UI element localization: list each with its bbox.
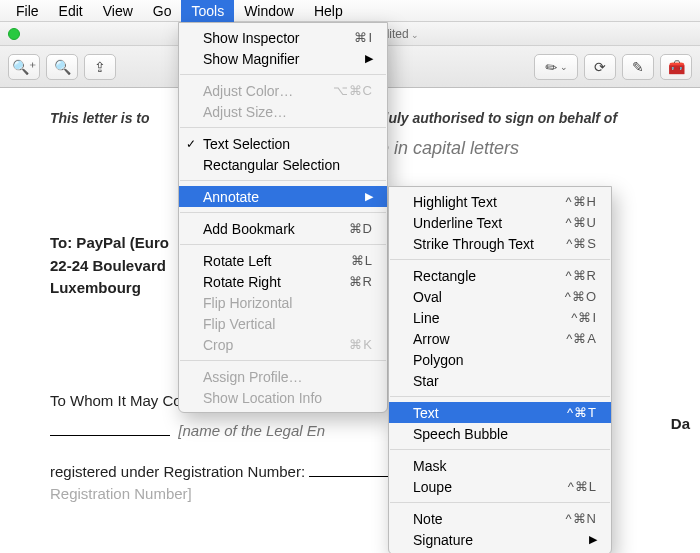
chevron-down-icon: ⌄ [560, 62, 568, 72]
menu-flip-vertical: Flip Vertical [179, 313, 387, 334]
menu-rotate-left[interactable]: Rotate Left⌘L [179, 250, 387, 271]
menu-show-location: Show Location Info [179, 387, 387, 408]
date-label: Da [671, 413, 690, 436]
menu-separator [180, 212, 386, 213]
menu-loupe[interactable]: Loupe^⌘L [389, 476, 611, 497]
menu-speech-bubble[interactable]: Speech Bubble [389, 423, 611, 444]
registration-text: registered under Registration Number: [50, 463, 305, 480]
name-hint: [name of the Legal En [178, 422, 325, 439]
menu-add-bookmark[interactable]: Add Bookmark⌘D [179, 218, 387, 239]
menu-underline-text[interactable]: Underline Text^⌘U [389, 212, 611, 233]
checkmark-icon: ✓ [186, 137, 196, 151]
menu-tools[interactable]: Tools [181, 0, 234, 22]
menu-adjust-color: Adjust Color…⌥⌘C [179, 80, 387, 101]
menubar: File Edit View Go Tools Window Help [0, 0, 700, 22]
menu-separator [180, 180, 386, 181]
rotate-icon: ⟳ [594, 59, 606, 75]
tools-dropdown: Show Inspector⌘I Show Magnifier▶ Adjust … [178, 22, 388, 413]
menu-separator [390, 396, 610, 397]
submenu-arrow-icon: ▶ [589, 533, 597, 546]
chevron-down-icon[interactable]: ⌄ [411, 30, 419, 40]
share-button[interactable]: ⇪ [84, 54, 116, 80]
menu-highlight-text[interactable]: Highlight Text^⌘H [389, 191, 611, 212]
menu-separator [180, 360, 386, 361]
menu-rectangle[interactable]: Rectangle^⌘R [389, 265, 611, 286]
pencil-icon: ✎ [541, 57, 560, 77]
name-field[interactable] [50, 420, 170, 436]
menu-text[interactable]: Text^⌘T [389, 402, 611, 423]
menu-show-magnifier[interactable]: Show Magnifier▶ [179, 48, 387, 69]
pencil-box-icon: ✎ [632, 59, 644, 75]
menu-crop: Crop⌘K [179, 334, 387, 355]
menu-rectangular-selection[interactable]: Rectangular Selection [179, 154, 387, 175]
rotate-button[interactable]: ⟳ [584, 54, 616, 80]
markup-button[interactable]: ✎⌄ [534, 54, 578, 80]
menu-adjust-size: Adjust Size… [179, 101, 387, 122]
share-icon: ⇪ [94, 59, 106, 75]
menu-line[interactable]: Line^⌘I [389, 307, 611, 328]
zoom-in-button[interactable]: 🔍 [46, 54, 78, 80]
zoom-out-button[interactable]: 🔍⁺ [8, 54, 40, 80]
menu-rotate-right[interactable]: Rotate Right⌘R [179, 271, 387, 292]
menu-edit[interactable]: Edit [49, 0, 93, 22]
menu-file[interactable]: File [6, 0, 49, 22]
menu-arrow[interactable]: Arrow^⌘A [389, 328, 611, 349]
menu-text-selection[interactable]: ✓Text Selection [179, 133, 387, 154]
menu-star[interactable]: Star [389, 370, 611, 391]
magnify-plus-icon: 🔍 [54, 59, 71, 75]
menu-separator [390, 449, 610, 450]
menu-separator [180, 127, 386, 128]
menu-window[interactable]: Window [234, 0, 304, 22]
annotate-submenu: Highlight Text^⌘H Underline Text^⌘U Stri… [388, 186, 612, 553]
menu-assign-profile: Assign Profile… [179, 366, 387, 387]
menu-go[interactable]: Go [143, 0, 182, 22]
traffic-light-green[interactable] [8, 28, 20, 40]
menu-show-inspector[interactable]: Show Inspector⌘I [179, 27, 387, 48]
toolbox-icon: 🧰 [668, 59, 685, 75]
menu-help[interactable]: Help [304, 0, 353, 22]
magnify-minus-icon: 🔍⁺ [12, 59, 36, 75]
submenu-arrow-icon: ▶ [365, 52, 373, 65]
menu-separator [390, 502, 610, 503]
menu-separator [180, 74, 386, 75]
menu-mask[interactable]: Mask [389, 455, 611, 476]
edit-toolbar-button[interactable]: ✎ [622, 54, 654, 80]
menu-view[interactable]: View [93, 0, 143, 22]
menu-oval[interactable]: Oval^⌘O [389, 286, 611, 307]
menu-strike-through[interactable]: Strike Through Text^⌘S [389, 233, 611, 254]
menu-separator [180, 244, 386, 245]
menu-separator [390, 259, 610, 260]
submenu-arrow-icon: ▶ [365, 190, 373, 203]
menu-signature[interactable]: Signature▶ [389, 529, 611, 550]
menu-polygon[interactable]: Polygon [389, 349, 611, 370]
toolbox-button[interactable]: 🧰 [660, 54, 692, 80]
menu-annotate[interactable]: Annotate▶ [179, 186, 387, 207]
menu-note[interactable]: Note^⌘N [389, 508, 611, 529]
doc-instruction-1a: This letter is to [50, 110, 150, 126]
menu-flip-horizontal: Flip Horizontal [179, 292, 387, 313]
